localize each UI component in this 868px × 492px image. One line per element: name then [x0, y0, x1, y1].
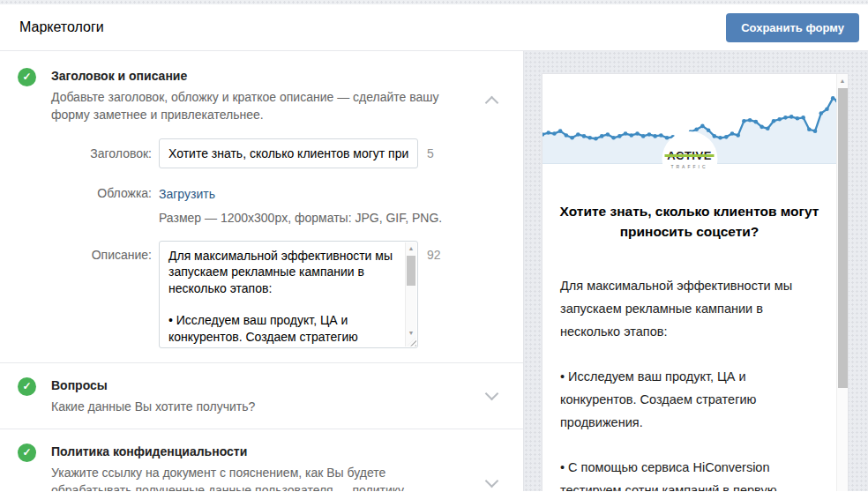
check-circle-icon: ✓: [18, 68, 36, 86]
section-subtitle: Добавьте заголовок, обложку и краткое оп…: [51, 88, 461, 124]
logo-text-traffic: TRAFFIC: [670, 164, 707, 169]
cover-field-label: Обложка:: [18, 186, 152, 200]
section-title: Политика конфиденциальности: [51, 444, 461, 458]
scroll-up-icon[interactable]: ▲: [406, 245, 416, 251]
cover-field-row: Обложка: Загрузить Размер — 1200x300px, …: [18, 186, 461, 225]
cover-size-hint: Размер — 1200x300px, форматы: JPG, GIF, …: [159, 211, 442, 225]
collapse-section-icon[interactable]: [487, 93, 498, 105]
section-privacy-policy: ✓ Политика конфиденциальности Укажите сс…: [0, 429, 523, 491]
form-preview-panel: ACTIVE TRAFFIC Хотите знать, сколько кли…: [524, 51, 868, 491]
preview-scrollbar[interactable]: ▲: [836, 74, 848, 491]
page-title: Маркетологи: [19, 19, 104, 35]
description-char-counter: 92: [427, 248, 441, 262]
active-traffic-logo: ACTIVE TRAFFIC: [662, 131, 717, 187]
title-field-label: Заголовок:: [18, 146, 152, 160]
form-description-textarea[interactable]: Для максимальной эффективности мы запуск…: [160, 242, 405, 347]
expand-section-icon[interactable]: [487, 473, 498, 485]
form-editor-panel: ✓ Заголовок и описание Добавьте заголово…: [0, 51, 524, 491]
scroll-up-icon[interactable]: ▲: [837, 78, 848, 84]
preview-form-description: Для максимальной эффективности мы запуск…: [542, 242, 836, 492]
preview-paragraph: • С помощью сервиса HiConversion тестиру…: [560, 456, 819, 491]
save-form-button[interactable]: Сохранить форму: [726, 13, 859, 42]
section-title: Вопросы: [51, 378, 461, 392]
textarea-scrollbar-thumb[interactable]: [407, 256, 415, 286]
preview-paragraph: • Исследуем ваш продукт, ЦА и конкуренто…: [560, 365, 819, 435]
section-subtitle: Какие данные Вы хотите получить?: [51, 398, 461, 415]
description-field-label: Описание:: [18, 248, 152, 262]
form-rows: Заголовок: 5 Обложка: Загрузить Размер: [18, 138, 461, 348]
description-field-row: Описание: Для максимальной эффективности…: [18, 241, 461, 348]
section-title-and-description: ✓ Заголовок и описание Добавьте заголово…: [0, 51, 523, 363]
form-title-input[interactable]: [159, 138, 418, 168]
section-header: ✓ Заголовок и описание Добавьте заголово…: [18, 69, 461, 124]
page: Маркетологи Сохранить форму ✓ Заголовок …: [0, 0, 868, 492]
scroll-down-icon[interactable]: ▼: [406, 330, 416, 336]
preview-form-title: Хотите знать, сколько клиентов могут при…: [558, 201, 820, 242]
section-questions: ✓ Вопросы Какие данные Вы хотите получит…: [0, 363, 523, 429]
title-char-counter: 5: [427, 146, 434, 160]
expand-section-icon[interactable]: [487, 386, 498, 398]
preview-scrollbar-thumb[interactable]: [838, 88, 848, 388]
description-textarea-box: Для максимальной эффективности мы запуск…: [159, 241, 418, 348]
preview-paragraph: Для максимальной эффективности мы запуск…: [560, 274, 819, 344]
preview-card: ACTIVE TRAFFIC Хотите знать, сколько кли…: [542, 73, 849, 491]
logo-green-strike: [664, 154, 715, 157]
preview-card-content: ACTIVE TRAFFIC Хотите знать, сколько кли…: [542, 74, 836, 491]
textarea-scrollbar[interactable]: ▲ ▼: [405, 242, 416, 347]
section-titles: Заголовок и описание Добавьте заголовок,…: [51, 69, 461, 124]
content: ✓ Заголовок и описание Добавьте заголово…: [0, 51, 868, 491]
section-title: Заголовок и описание: [51, 69, 461, 83]
section-subtitle: Укажите ссылку на документ с пояснением,…: [51, 464, 461, 491]
title-field-row: Заголовок: 5: [18, 138, 461, 168]
check-circle-icon: ✓: [18, 444, 36, 462]
upload-cover-link[interactable]: Загрузить: [159, 187, 215, 201]
logo-text-active: ACTIVE: [667, 149, 712, 162]
form-builder-window: Маркетологи Сохранить форму ✓ Заголовок …: [0, 4, 868, 492]
check-circle-icon: ✓: [18, 377, 36, 396]
preview-cover-image: ACTIVE TRAFFIC: [542, 74, 836, 164]
header: Маркетологи Сохранить форму: [0, 4, 868, 51]
